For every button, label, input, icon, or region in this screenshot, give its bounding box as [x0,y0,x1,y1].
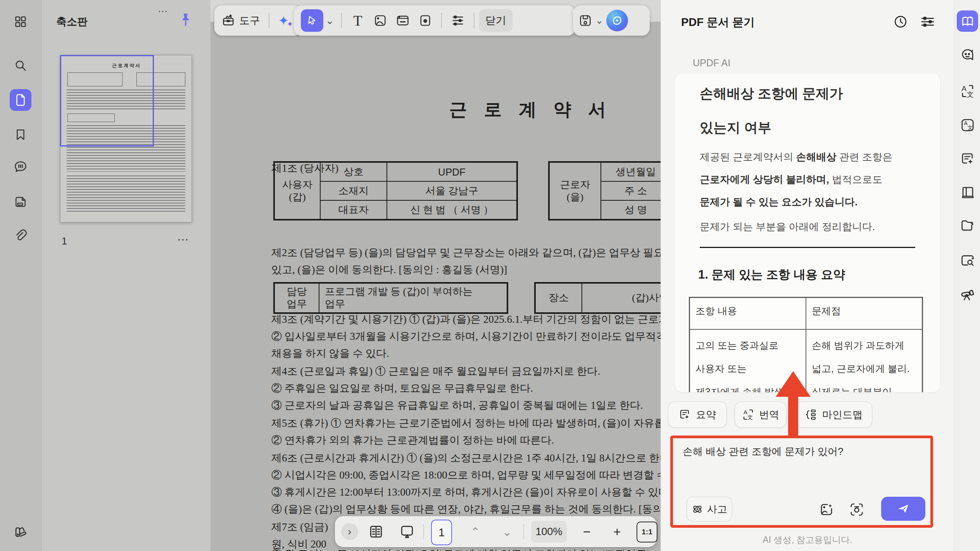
paperclip-icon [14,229,28,243]
doc-line: ② 연차휴가 외의 휴가는 근로관계법률이 정하는 바에 따른다. [271,433,554,447]
svg-text:A: A [961,84,966,93]
table-cell: 서울 강남구 [387,181,517,200]
cursor-dropdown-chevron[interactable]: ⌄ [326,15,334,27]
table-header-cell: 문제점 [806,298,922,329]
thumbnail-more-button[interactable]: ⋯ [177,232,190,246]
table-cell: 소재지 [320,181,387,200]
presentation-button[interactable] [399,524,415,539]
doc-line: ② 주휴일은 일요일로 하며, 토요일은 무급휴무일로 한다. [271,381,533,395]
bookmark-icon [14,128,27,141]
doc-line: 제3조 (계약기간 및 시용기간) ① (갑)과 (을)은 2025.6.1.부… [271,312,690,326]
doc-line: 제5조 (휴가) ① 연차휴가는 근로기준법에서 정하는 바에 따라 발생하며,… [271,416,675,430]
explore-button[interactable] [957,284,978,305]
ask-pdf-button-active[interactable] [957,10,978,32]
zoom-in-button[interactable]: + [609,524,626,539]
tools-group: 도구 ✦ ✦ [214,5,302,36]
comments-button[interactable] [10,156,31,177]
ai-files-button[interactable] [957,215,978,236]
stamps-button[interactable] [10,191,31,213]
reading-mode-button[interactable] [957,182,978,203]
thumbnails-button-active[interactable] [10,89,31,111]
ai-chat-button[interactable] [957,45,978,66]
save-dropdown-chevron[interactable]: ⌄ [595,15,603,26]
folder-sparkle-icon [960,218,975,233]
send-icon [897,502,910,515]
doc-line: ② 시업시각은 09:00, 종업시각은 18:00으로 하며, 업무량 및 세… [271,468,667,482]
updf-app-window: 근 로 계 약 서 제1조 (당사자) 사용자 (갑) 상호 UPDF 소재지 … [0,0,980,551]
close-button[interactable]: 닫기 [479,9,512,32]
table-cell: UPDF [387,162,517,181]
duty-table: 담당 업무 프로그램 개발 등 (갑)이 부여하는 업무 [273,282,508,314]
history-button[interactable] [893,14,908,29]
zoom-out-button[interactable]: − [578,524,595,539]
panel-drag-handle[interactable]: ⋯ [158,5,169,17]
image-icon [373,14,387,28]
translate-selection-button[interactable]: A 文 [957,80,978,102]
tools-label: 도구 [239,14,260,28]
properties-button[interactable] [447,9,469,32]
table-cell: 성 명 [601,200,671,219]
select-tool-button-active[interactable] [301,9,323,32]
summary-icon [960,152,975,166]
doc-line: 제4조 (근로일과 휴일) ① 근로일은 매주 월요일부터 금요일까지로 한다. [271,364,600,378]
page-mark-tool-button[interactable] [414,9,437,32]
tools-button[interactable]: 도구 [221,14,260,28]
doc-line: ③ 근로자의 날과 공휴일은 유급휴일로 하며, 공휴일이 중복될 때에는 1일… [271,398,643,412]
viewport-indicator[interactable] [60,55,154,146]
search-button[interactable] [10,55,31,76]
chat-input-value[interactable]: 손해 배상 관련 조항에 문제가 있어? [683,445,844,458]
attachments-button[interactable] [10,225,31,246]
summary-icon [679,408,691,421]
ai-assistant-logo-button[interactable] [606,10,628,31]
text-tool-button[interactable]: T [347,9,369,32]
section-title: 1. 문제 있는 조항 내용 요약 [698,267,845,283]
summarize-button[interactable] [957,148,978,169]
table-cell: 생년월일 [601,162,671,181]
theme-swatch-button[interactable] [10,521,31,542]
summary-button[interactable]: 요약 [668,401,727,428]
thinking-mode-button[interactable]: 사고 [687,497,732,522]
translate-icon: A 文 [742,408,754,421]
actual-size-button[interactable]: 1:1 [637,522,657,542]
ai-brand-label: UPDF AI [693,57,730,69]
doc-line: 제7조 (임금) [271,520,328,534]
zoom-level-input[interactable]: 100% [531,521,567,542]
previous-page-button[interactable]: ⌃ [467,524,484,539]
table-cell: 대표자 [320,200,387,219]
cursor-icon [306,15,318,26]
mindmap-button[interactable]: 마인드맵 [795,401,872,428]
screenshot-button[interactable] [849,502,864,517]
book-sparkle-icon [961,14,975,28]
bookmarks-button[interactable] [10,124,31,145]
page-layout-button[interactable] [368,524,384,539]
ai-sparkles-button[interactable]: ✦ ✦ [278,12,293,29]
ai-search-button[interactable] [957,250,978,271]
translate-page-button[interactable]: A 文 [957,114,978,136]
link-tool-button[interactable] [392,9,414,32]
page-number-input[interactable]: 1 [431,520,452,545]
table-cell: 장소 [535,283,582,313]
sparkle-icon: ✦ [287,19,293,29]
panel-settings-button[interactable] [920,14,935,29]
send-button[interactable] [881,497,925,521]
next-page-button[interactable]: ⌄ [499,524,516,539]
close-label: 닫기 [485,14,506,28]
search-icon [14,59,28,72]
translate-button[interactable]: A 文 번역 [735,401,787,428]
grid-icon [14,15,28,29]
answer-heading: 있는지 여부 [700,119,771,137]
table-cell: 신 현 범 （ 서명 ） [387,200,517,219]
two-page-icon [368,524,384,539]
doc-line: 있고, (을)은 이에 동의한다. [동의인 : 홍길동 (서명)] [271,263,507,277]
clock-icon [893,14,908,29]
answer-paragraph: 문제가 되는 부분을 아래에 정리합니다. [700,220,875,234]
page-icon [14,93,27,107]
sliders-icon [920,14,935,29]
app-grid-button[interactable] [10,11,31,33]
pin-icon[interactable] [178,12,193,30]
save-button[interactable] [578,14,592,28]
expand-chevron-button[interactable]: › [341,523,358,540]
table-header-cell: 조항 내용 [690,298,806,329]
image-tool-button[interactable] [369,9,392,32]
add-image-button[interactable] [819,502,834,517]
